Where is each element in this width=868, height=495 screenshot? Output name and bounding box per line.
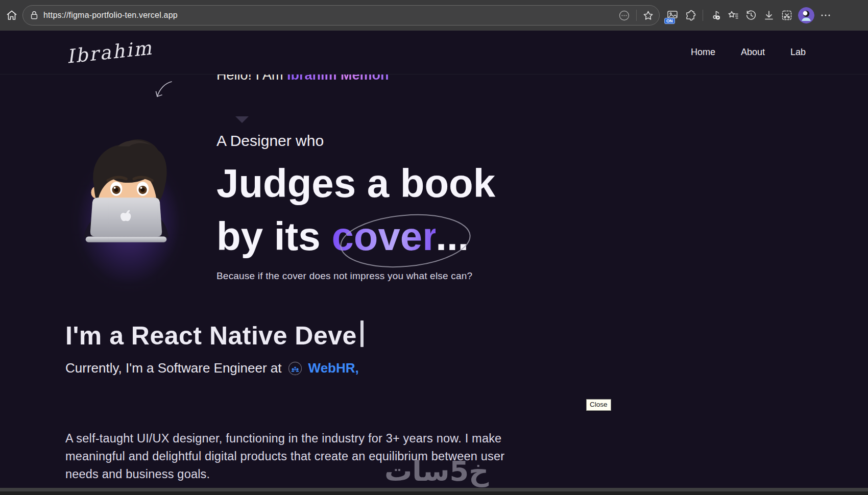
nav-item-lab[interactable]: Lab [790,47,806,58]
role-prefix: Currently, I'm a Software Engineer at [65,360,282,376]
curved-arrow-icon [153,80,175,100]
site-header: Ibrahim Home About Lab [0,31,868,75]
history-icon[interactable] [744,8,758,22]
favorite-star-icon[interactable] [642,10,654,21]
typing-heading: I'm a React Native Deve [65,320,364,351]
khamsat-watermark: خ5سات [352,455,521,487]
nav-item-home[interactable]: Home [691,47,715,58]
headline-line2-prefix: by its [216,214,331,259]
home-icon[interactable] [3,7,20,24]
toolbar-divider [703,10,703,21]
url-text[interactable]: https://figma-portfolio-ten.vercel.app [43,11,618,20]
signature-logo[interactable]: Ibrahim [65,37,154,68]
scroll-caret-icon [235,116,249,123]
address-bar[interactable]: https://figma-portfolio-ten.vercel.app [22,5,660,26]
window-bottom-edge [0,488,868,491]
browser-window: https://figma-portfolio-ten.vercel.app [0,0,868,495]
web-capture-icon[interactable] [780,8,793,22]
current-role-line: Currently, I'm a Software Engineer at We… [65,360,359,376]
hand-drawn-ellipse [336,210,475,271]
webhr-logo-icon [287,361,303,376]
browser-toolbar: https://figma-portfolio-ten.vercel.app [0,0,868,31]
downloads-icon[interactable] [762,8,776,22]
media-controls-icon[interactable] [709,8,722,22]
extensions-puzzle-icon[interactable] [684,8,697,22]
portfolio-page: Hello! I Am Ibrahim Memon Ibrahim Home A… [0,31,868,491]
nav-item-about[interactable]: About [741,47,765,58]
main-nav: Home About Lab [691,47,806,58]
more-options-icon[interactable] [618,9,631,22]
collections-icon[interactable] [727,8,740,22]
profile-avatar[interactable] [798,7,814,23]
hero-subtitle: Because if the cover does not impress yo… [216,270,472,282]
close-tooltip[interactable]: Close [586,399,611,411]
headline-line1: Judges a book [216,161,495,206]
on-badge: ON [664,18,675,24]
text-cursor [360,320,364,347]
typing-text: I'm a React Native Deve [65,321,357,350]
hero-intro: A Designer who [216,132,324,150]
company-link[interactable]: WebHR, [308,360,359,376]
memoji-illustration [64,129,188,248]
toolbar-extensions-area: ON [666,7,832,23]
memoji-avatar [58,126,194,297]
settings-menu-icon[interactable] [819,8,832,22]
toolbar-divider [636,10,637,21]
picture-overlay-on-icon[interactable]: ON [666,8,679,22]
lock-icon[interactable] [30,10,39,20]
